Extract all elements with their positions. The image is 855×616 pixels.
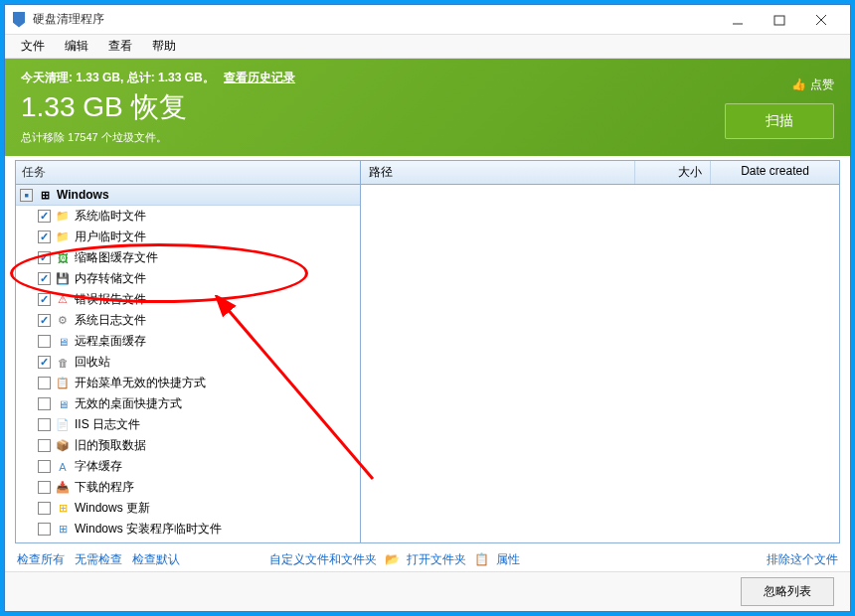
- tree-item[interactable]: ⊞Windows 安装程序临时文件: [16, 519, 360, 539]
- item-icon: 🖥: [55, 334, 71, 350]
- footer-links: 检查所有 无需检查 检查默认 自定义文件和文件夹 📂 打开文件夹 📋 属性 排除…: [5, 547, 850, 571]
- open-folder-link[interactable]: 打开文件夹: [407, 551, 466, 568]
- maximize-button[interactable]: [759, 6, 800, 34]
- content-area: 任务 ⊞ Windows 📁系统临时文件📁用户临时文件🖼缩略图缓存文件💾内存转储…: [5, 156, 850, 547]
- item-label: 字体缓存: [75, 458, 122, 475]
- item-label: 内存转储文件: [75, 270, 146, 287]
- item-icon: 🖼: [55, 250, 71, 266]
- item-checkbox[interactable]: [38, 523, 51, 536]
- tree-item[interactable]: 🖼缩略图缓存文件: [16, 247, 360, 268]
- tree-item[interactable]: 📥下载的程序: [16, 477, 360, 498]
- tree-item[interactable]: 📦旧的预取数据: [16, 435, 360, 456]
- tree-item[interactable]: ⊞Windows 更新: [16, 498, 360, 519]
- tree-item[interactable]: 📄IIS 日志文件: [16, 414, 360, 435]
- item-checkbox[interactable]: [38, 293, 51, 306]
- item-icon: 📦: [55, 438, 71, 454]
- menu-view[interactable]: 查看: [98, 35, 142, 58]
- today-summary: 今天清理: 1.33 GB, 总计: 1.33 GB。 查看历史记录: [21, 70, 725, 86]
- thumbs-up-icon: 👍: [791, 77, 806, 91]
- menu-edit[interactable]: 编辑: [55, 35, 98, 58]
- item-icon: ⚠: [55, 292, 71, 308]
- item-label: 旧的预取数据: [75, 437, 146, 454]
- item-icon: ⊞: [55, 522, 71, 538]
- removed-count: 总计移除 17547 个垃圾文件。: [21, 130, 725, 145]
- like-button[interactable]: 👍 点赞: [791, 77, 834, 93]
- group-checkbox[interactable]: [20, 189, 33, 202]
- window-title: 硬盘清理程序: [33, 11, 717, 28]
- item-checkbox[interactable]: [38, 377, 51, 389]
- item-icon: 💾: [55, 271, 71, 287]
- scan-button[interactable]: 扫描: [725, 103, 834, 139]
- col-size[interactable]: 大小: [634, 161, 710, 184]
- item-checkbox[interactable]: [38, 210, 51, 223]
- properties-link[interactable]: 属性: [496, 551, 520, 568]
- file-list-panel: 路径 大小 Date created: [361, 160, 840, 543]
- menu-help[interactable]: 帮助: [142, 35, 186, 58]
- item-checkbox[interactable]: [38, 481, 51, 494]
- item-checkbox[interactable]: [38, 314, 51, 327]
- tree-item[interactable]: A字体缓存: [16, 456, 360, 477]
- tree-group-windows[interactable]: ⊞ Windows: [16, 185, 360, 206]
- close-button[interactable]: [800, 6, 842, 34]
- item-label: IIS 日志文件: [75, 416, 140, 433]
- properties-icon: 📋: [474, 552, 488, 566]
- tree-item[interactable]: 🖥远程桌面缓存: [16, 331, 360, 352]
- svg-rect-1: [774, 16, 784, 25]
- check-all-link[interactable]: 检查所有: [17, 551, 65, 568]
- tree-item[interactable]: 📁系统临时文件: [16, 206, 360, 227]
- menubar: 文件 编辑 查看 帮助: [5, 35, 850, 59]
- file-list-body: [361, 185, 839, 542]
- minimize-button[interactable]: [717, 6, 759, 34]
- item-checkbox[interactable]: [38, 231, 51, 243]
- item-label: 缩略图缓存文件: [75, 249, 158, 266]
- item-label: Windows 更新: [75, 500, 150, 517]
- item-icon: 📋: [55, 376, 71, 391]
- exclude-link[interactable]: 排除这个文件: [767, 551, 838, 568]
- task-header: 任务: [16, 161, 360, 185]
- item-checkbox[interactable]: [38, 397, 51, 410]
- item-checkbox[interactable]: [38, 439, 51, 452]
- tree-item[interactable]: 🖥无效的桌面快捷方式: [16, 393, 360, 414]
- item-checkbox[interactable]: [38, 251, 51, 264]
- check-default-link[interactable]: 检查默认: [132, 551, 180, 568]
- item-icon: 🗑: [55, 355, 71, 371]
- tree-item[interactable]: ⚙系统日志文件: [16, 310, 360, 331]
- titlebar: 硬盘清理程序: [5, 5, 850, 35]
- item-checkbox[interactable]: [38, 502, 51, 515]
- tree-item[interactable]: 📋开始菜单无效的快捷方式: [16, 373, 360, 393]
- folder-open-icon: 📂: [385, 552, 399, 566]
- tree-item[interactable]: 📁用户临时文件: [16, 227, 360, 247]
- task-tree[interactable]: ⊞ Windows 📁系统临时文件📁用户临时文件🖼缩略图缓存文件💾内存转储文件⚠…: [16, 185, 360, 542]
- col-date[interactable]: Date created: [710, 161, 839, 184]
- ignore-list-button[interactable]: 忽略列表: [741, 577, 834, 606]
- item-label: 回收站: [75, 354, 110, 371]
- item-label: Windows 安装程序临时文件: [75, 521, 222, 538]
- item-icon: ⚙: [55, 313, 71, 329]
- banner: 今天清理: 1.33 GB, 总计: 1.33 GB。 查看历史记录 1.33 …: [5, 59, 850, 156]
- uncheck-link[interactable]: 无需检查: [75, 551, 122, 568]
- tree-item[interactable]: 🗑回收站: [16, 352, 360, 373]
- item-checkbox[interactable]: [38, 460, 51, 473]
- item-label: 开始菜单无效的快捷方式: [75, 375, 206, 391]
- col-path[interactable]: 路径: [361, 161, 634, 184]
- custom-folders-link[interactable]: 自定义文件和文件夹: [269, 551, 377, 568]
- history-link[interactable]: 查看历史记录: [224, 71, 295, 84]
- item-label: 错误报告文件: [75, 291, 146, 308]
- item-label: 系统日志文件: [75, 312, 146, 329]
- item-label: 系统临时文件: [75, 208, 146, 225]
- file-list-header: 路径 大小 Date created: [361, 161, 839, 185]
- menu-file[interactable]: 文件: [11, 35, 55, 58]
- item-label: 用户临时文件: [75, 229, 146, 245]
- tree-item[interactable]: 💾内存转储文件: [16, 268, 360, 289]
- item-checkbox[interactable]: [38, 356, 51, 369]
- windows-flag-icon: ⊞: [37, 187, 53, 203]
- item-label: 下载的程序: [75, 479, 134, 496]
- item-checkbox[interactable]: [38, 418, 51, 431]
- tree-item[interactable]: ⚠错误报告文件: [16, 289, 360, 310]
- item-icon: A: [55, 459, 71, 475]
- item-checkbox[interactable]: [38, 335, 51, 348]
- item-label: 远程桌面缓存: [75, 333, 146, 350]
- recovered-size: 1.33 GB 恢复: [21, 88, 725, 126]
- item-checkbox[interactable]: [38, 272, 51, 285]
- item-icon: 🖥: [55, 396, 71, 412]
